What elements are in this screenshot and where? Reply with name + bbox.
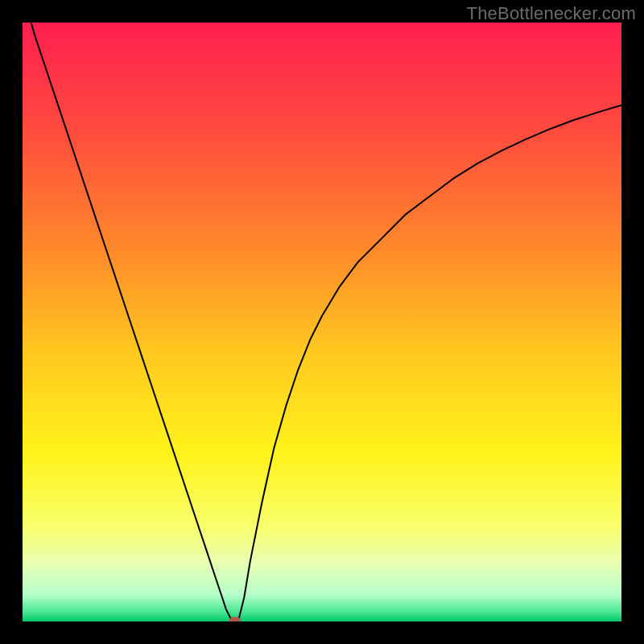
optimal-point-marker <box>229 617 242 622</box>
plot-area <box>23 23 621 621</box>
watermark-text: TheBottlenecker.com <box>467 3 636 24</box>
outer-frame: TheBottlenecker.com <box>0 0 644 644</box>
bottleneck-curve <box>23 23 621 621</box>
